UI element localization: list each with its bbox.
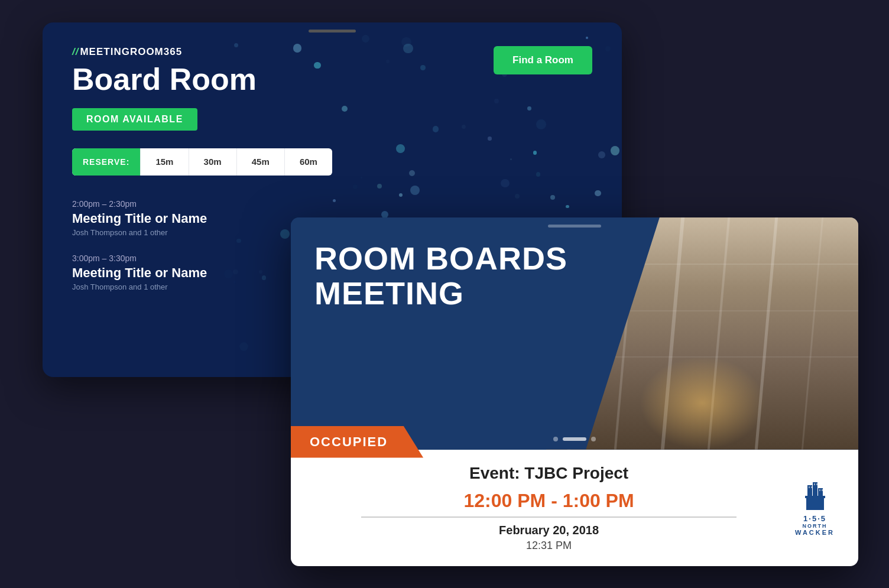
event-time: 12:00 PM - 1:00 PM xyxy=(314,490,783,512)
svg-rect-9 xyxy=(819,489,820,491)
card-front-bottom: OCCUPIED Event: TJBC Project 12:00 PM - … xyxy=(291,450,858,566)
event-title: Event: TJBC Project xyxy=(314,464,783,483)
occupied-badge: OCCUPIED xyxy=(291,426,423,458)
svg-rect-10 xyxy=(822,489,823,491)
wacker-sub: NORTH xyxy=(803,523,828,529)
svg-rect-7 xyxy=(814,483,815,485)
card-front-top: ROOM BOARDS MEETING xyxy=(291,217,858,450)
heading-line1: ROOM BOARDS xyxy=(314,241,567,276)
reserve-15m[interactable]: 15m xyxy=(140,148,188,176)
wacker-icon-svg xyxy=(800,479,830,512)
card2-top-indicator xyxy=(548,225,601,228)
card2-dots xyxy=(553,437,596,441)
logo-text: //MEETINGROOM365 xyxy=(72,46,182,58)
heading-line2: MEETING xyxy=(314,276,567,311)
event-date: February 20, 2018 xyxy=(314,524,783,537)
meeting-heading: ROOM BOARDS MEETING xyxy=(314,241,567,311)
wacker-logo: 1·5·5 NORTH WACKER xyxy=(795,479,835,536)
reserve-60m[interactable]: 60m xyxy=(284,148,332,176)
status-badge: ROOM AVAILABLE xyxy=(72,108,197,131)
logo-slash: // xyxy=(72,46,79,57)
svg-rect-8 xyxy=(816,483,817,485)
card2-dot-2 xyxy=(591,437,596,441)
svg-rect-0 xyxy=(806,497,824,510)
find-room-button[interactable]: Find a Room xyxy=(494,46,592,74)
meeting-time-1: 2:00pm – 2:30pm xyxy=(72,199,592,209)
reserve-30m[interactable]: 30m xyxy=(189,148,236,176)
event-details: Event: TJBC Project 12:00 PM - 1:00 PM F… xyxy=(314,464,783,552)
event-clock: 12:31 PM xyxy=(314,540,783,552)
event-divider xyxy=(361,516,736,518)
wacker-name: WACKER xyxy=(795,529,835,536)
svg-rect-5 xyxy=(809,486,810,488)
reserve-bar[interactable]: RESERVE: 15m 30m 45m 60m xyxy=(72,148,332,176)
wacker-number: 1·5·5 xyxy=(803,514,826,523)
card-front: ROOM BOARDS MEETING OCCUPIED Event: TJBC… xyxy=(291,217,858,566)
reserve-label: RESERVE: xyxy=(72,148,140,176)
card2-dot-1 xyxy=(553,437,558,441)
reserve-45m[interactable]: 45m xyxy=(236,148,284,176)
scene: Find a Room //MEETINGROOM365 Board Room … xyxy=(31,22,858,566)
card2-dot-active xyxy=(563,437,586,441)
svg-rect-6 xyxy=(811,486,812,488)
